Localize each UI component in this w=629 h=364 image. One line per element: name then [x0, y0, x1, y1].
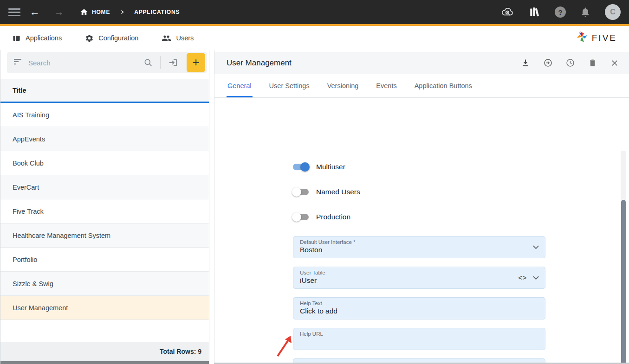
- menu-item-applications[interactable]: Applications: [12, 34, 62, 43]
- record-title: User Management: [227, 58, 292, 68]
- list-item[interactable]: Portfolio: [0, 248, 209, 272]
- chevron-down-icon[interactable]: [532, 243, 539, 251]
- tab-versioning[interactable]: Versioning: [326, 82, 360, 97]
- toggle-row-named-users: Named Users: [293, 179, 621, 204]
- search-bar: +: [7, 52, 207, 73]
- detail-header: User Management: [214, 52, 629, 74]
- applications-list: AIS Training AppEvents Book Club EverCar…: [0, 103, 209, 320]
- delete-icon[interactable]: [587, 58, 597, 68]
- search-icon[interactable]: [139, 58, 157, 67]
- list-item[interactable]: Sizzle & Swig: [0, 272, 209, 296]
- home-icon[interactable]: [80, 8, 88, 16]
- tab-events[interactable]: Events: [375, 82, 397, 97]
- breadcrumb-section[interactable]: APPLICATIONS: [134, 9, 180, 15]
- notifications-icon[interactable]: [580, 6, 591, 18]
- breadcrumb-home[interactable]: HOME: [92, 9, 110, 15]
- total-rows-footer: Total Rows: 9: [0, 342, 209, 361]
- module-menu-bar: Applications Configuration Users: [0, 26, 629, 50]
- total-rows-label: Total Rows: 9: [160, 348, 201, 355]
- form-content: Multiuser Named Users Production Default…: [214, 148, 621, 364]
- applications-list-panel: + Title AIS Training AppEvents Book Club…: [0, 50, 209, 364]
- vertical-scrollbar-thumb[interactable]: [621, 200, 626, 364]
- menu-item-label: Configuration: [98, 34, 138, 42]
- chevron-down-icon[interactable]: [532, 274, 539, 282]
- configuration-gear-icon: [85, 34, 94, 43]
- users-icon: [162, 33, 171, 43]
- divider: [160, 56, 161, 69]
- list-item[interactable]: AppEvents: [0, 127, 209, 151]
- applications-icon: [12, 34, 21, 43]
- list-item[interactable]: Five Track: [0, 199, 209, 224]
- brand-wordmark: FIVE: [592, 33, 617, 43]
- history-icon[interactable]: [565, 58, 575, 68]
- record-detail-panel: User Management: [214, 50, 629, 364]
- production-toggle[interactable]: [293, 214, 309, 220]
- toggle-label: Multiuser: [316, 163, 345, 171]
- menu-item-label: Users: [176, 34, 194, 42]
- default-user-interface-field[interactable]: Default User Interface * Boston: [293, 236, 545, 258]
- named-users-toggle[interactable]: [293, 189, 309, 195]
- run-icon[interactable]: [543, 58, 553, 68]
- add-application-button[interactable]: +: [187, 53, 205, 72]
- library-icon[interactable]: [529, 6, 541, 18]
- multiuser-toggle[interactable]: [293, 164, 309, 170]
- menu-icon[interactable]: [8, 6, 20, 18]
- tab-user-settings[interactable]: User Settings: [268, 82, 311, 97]
- title-column-header[interactable]: Title: [0, 79, 209, 103]
- help-url-field[interactable]: Help URL: [293, 328, 545, 350]
- list-item-selected[interactable]: User Management: [0, 296, 209, 320]
- add-icon: +: [192, 56, 199, 68]
- breadcrumb: HOME APPLICATIONS: [80, 8, 180, 16]
- menu-item-configuration[interactable]: Configuration: [85, 34, 138, 43]
- user-table-field[interactable]: User Table iUser <>: [293, 267, 545, 289]
- menu-item-users[interactable]: Users: [162, 33, 194, 43]
- help-icon[interactable]: ?: [555, 6, 566, 18]
- app-screen: ← → HOME APPLICATIONS: [0, 0, 629, 364]
- chevron-right-icon: [119, 9, 125, 15]
- list-item[interactable]: Healthcare Management System: [0, 224, 209, 248]
- top-navigation-bar: ← → HOME APPLICATIONS: [0, 0, 629, 24]
- five-pinwheel-icon: [576, 31, 588, 45]
- toggle-label: Named Users: [316, 188, 360, 196]
- code-icon[interactable]: <>: [519, 274, 527, 281]
- horizontal-scrollbar[interactable]: [0, 361, 209, 364]
- search-input[interactable]: [28, 59, 139, 67]
- vertical-scrollbar-track[interactable]: [621, 151, 626, 364]
- toggle-row-production: Production: [293, 204, 621, 230]
- list-empty-space: [0, 320, 209, 342]
- list-item[interactable]: Book Club: [0, 151, 209, 175]
- menu-item-label: Applications: [26, 34, 62, 42]
- tab-general[interactable]: General: [227, 82, 253, 97]
- forward-arrow-icon[interactable]: →: [49, 7, 69, 17]
- tab-application-buttons[interactable]: Application Buttons: [414, 82, 473, 97]
- toggle-row-multiuser: Multiuser: [293, 154, 621, 179]
- download-icon[interactable]: [520, 58, 531, 68]
- list-item[interactable]: AIS Training: [0, 103, 209, 127]
- filter-icon[interactable]: [13, 58, 22, 67]
- brand-logo: FIVE: [576, 31, 617, 45]
- back-arrow-icon[interactable]: ←: [25, 7, 45, 17]
- list-item[interactable]: EverCart: [0, 175, 209, 199]
- toggle-label: Production: [316, 213, 350, 221]
- avatar[interactable]: C: [605, 4, 621, 20]
- close-icon[interactable]: [610, 58, 620, 68]
- import-icon[interactable]: [163, 57, 183, 68]
- cloud-search-icon[interactable]: [501, 6, 515, 18]
- help-text-field[interactable]: Help Text Click to add: [293, 297, 545, 319]
- detail-tabs: General User Settings Versioning Events …: [214, 74, 629, 98]
